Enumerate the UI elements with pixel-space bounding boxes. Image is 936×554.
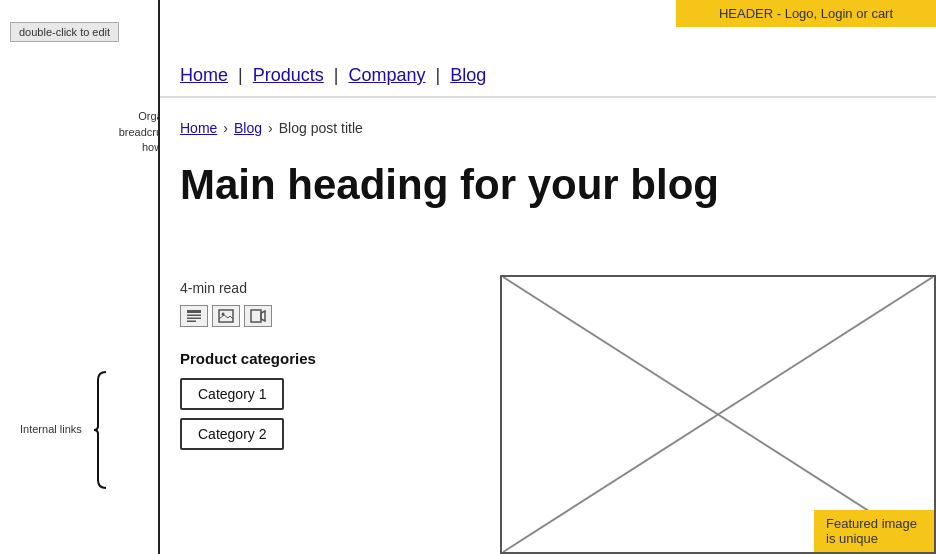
nav-company[interactable]: Company <box>348 65 425 86</box>
svg-rect-2 <box>187 318 201 320</box>
breadcrumb-home[interactable]: Home <box>180 120 217 136</box>
header-banner: HEADER - Logo, Login or cart <box>676 0 936 27</box>
internal-links-annotation: Internal links <box>20 370 108 490</box>
read-time: 4-min read <box>180 280 247 296</box>
video-icon[interactable] <box>244 305 272 327</box>
product-categories-heading: Product categories <box>180 350 316 367</box>
nav-sep-3: | <box>435 65 440 86</box>
svg-rect-0 <box>187 310 201 313</box>
sidebar-panel: double-click to edit Organize breadcrumb… <box>0 0 160 554</box>
nav-sep-1: | <box>238 65 243 86</box>
svg-rect-6 <box>251 310 261 322</box>
nav-blog[interactable]: Blog <box>450 65 486 86</box>
nav-home[interactable]: Home <box>180 65 228 86</box>
media-icons-row <box>180 305 272 327</box>
image-block-icon <box>218 309 234 323</box>
breadcrumb-blog[interactable]: Blog <box>234 120 262 136</box>
nav-products[interactable]: Products <box>253 65 324 86</box>
featured-image-placeholder: Featured image is unique <box>500 275 936 554</box>
category-1-button[interactable]: Category 1 <box>180 378 284 410</box>
breadcrumb-current: Blog post title <box>279 120 363 136</box>
breadcrumb-sep-2: › <box>268 120 273 136</box>
svg-rect-3 <box>187 321 196 323</box>
edit-button[interactable]: double-click to edit <box>10 22 119 42</box>
nav-links: Home | Products | Company | Blog <box>180 65 916 86</box>
text-icon[interactable] <box>180 305 208 327</box>
featured-image-label: Featured image is unique <box>814 510 934 552</box>
nav-sep-2: | <box>334 65 339 86</box>
internal-links-label: Internal links <box>20 422 82 437</box>
breadcrumb: Home › Blog › Blog post title <box>180 120 363 136</box>
text-block-icon <box>186 309 202 323</box>
main-content-area: HEADER - Logo, Login or cart Home | Prod… <box>160 0 936 554</box>
svg-rect-1 <box>187 315 201 317</box>
category-2-button[interactable]: Category 2 <box>180 418 284 450</box>
video-block-icon <box>250 309 266 323</box>
brace-links-icon <box>88 370 108 490</box>
image-icon[interactable] <box>212 305 240 327</box>
breadcrumb-sep-1: › <box>223 120 228 136</box>
navigation-bar: Home | Products | Company | Blog <box>160 55 936 98</box>
main-heading: Main heading for your blog <box>180 160 719 210</box>
